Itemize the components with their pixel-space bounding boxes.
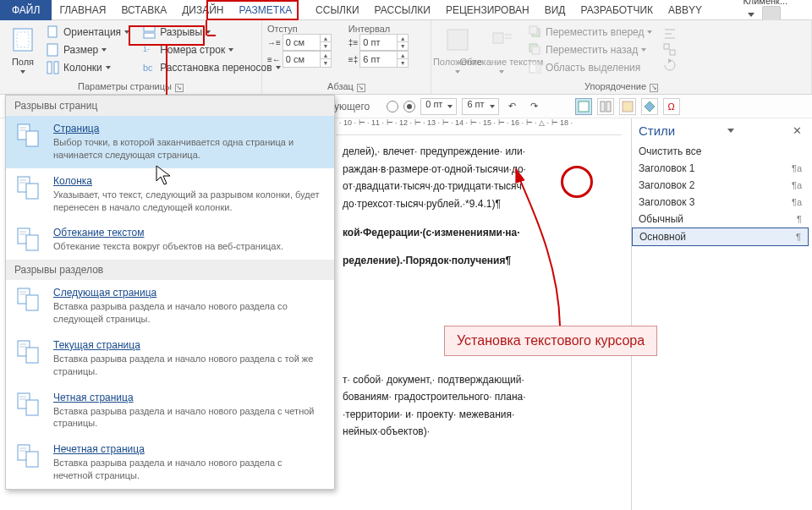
tab-design[interactable]: ДИЗАЙН	[174, 0, 231, 20]
style-item[interactable]: Очистить все	[632, 143, 809, 160]
tab-abbyy[interactable]: ABBYY FineReader	[661, 0, 743, 20]
page-break-icon	[16, 227, 45, 252]
indent-left-input[interactable]: 0 см▲▼	[283, 34, 332, 51]
launcher-icon[interactable]: ↘	[650, 84, 658, 92]
dd-item-title: Следующая страница	[53, 287, 324, 299]
style-item[interactable]: Обычный¶	[632, 211, 809, 228]
view-btn-2[interactable]	[597, 98, 614, 115]
dropdown-item[interactable]: Обтекание текстомОбтекание текста вокруг…	[6, 220, 334, 260]
breaks-icon	[143, 25, 156, 39]
document-area: · 10 · ⊢ · 11 · ⊢ · 12 · ⊢ · 13 · ⊢ · 14…	[336, 118, 622, 510]
bring-forward-icon	[529, 25, 542, 39]
spacing-label: Интервал	[348, 24, 409, 34]
style-item[interactable]: Заголовок 2¶a	[632, 177, 809, 194]
position-button[interactable]: Положение	[436, 25, 479, 75]
radio-option[interactable]	[387, 101, 398, 112]
mini-chevron[interactable]	[685, 98, 702, 115]
columns-button[interactable]: Колонки	[42, 59, 134, 76]
dd-item-title: Обтекание текстом	[53, 227, 283, 239]
dropdown-item[interactable]: СтраницаВыбор точки, в которой заканчива…	[6, 116, 334, 168]
dd-item-desc: Вставка разрыва раздела и начало нового …	[53, 457, 324, 482]
indent-right-input[interactable]: 0 см▲▼	[283, 51, 332, 68]
dd-item-desc: Указывает, что текст, следующий за разры…	[53, 189, 324, 214]
page-break-icon	[16, 443, 45, 469]
send-backward-button[interactable]: Переместить назад	[524, 41, 656, 58]
tab-review[interactable]: РЕЦЕНЗИРОВАН	[438, 0, 537, 20]
document-text[interactable]: делей),· влечет· предупреждение· или· ра…	[336, 135, 622, 448]
view-btn-5[interactable]: Ω	[663, 98, 680, 115]
margins-button[interactable]: Поля	[5, 25, 41, 75]
page-break-icon	[16, 339, 45, 365]
dropdown-item[interactable]: Четная страницаВставка разрыва раздела и…	[6, 385, 334, 437]
view-btn-4[interactable]	[641, 98, 658, 115]
styles-pane-header: Стили ✕	[632, 118, 809, 143]
svg-rect-21	[670, 50, 675, 55]
dd-item-desc: Вставка разрыва раздела и начало нового …	[53, 353, 324, 378]
dropdown-item[interactable]: Нечетная страницаВставка разрыва раздела…	[6, 436, 334, 489]
tab-strip: ФАЙЛ ГЛАВНАЯ ВСТАВКА ДИЗАЙН РАЗМЕТКА СТР…	[0, 0, 812, 20]
svg-rect-35	[26, 235, 38, 250]
tab-mailings[interactable]: РАССЫЛКИ	[367, 0, 438, 20]
close-icon[interactable]: ✕	[793, 124, 802, 137]
dropdown-item[interactable]: Следующая страницаВставка разрыва раздел…	[6, 280, 334, 332]
svg-rect-27	[26, 131, 38, 146]
align-icon[interactable]	[663, 28, 677, 41]
page-break-icon	[16, 123, 45, 148]
dd-item-title: Четная страница	[53, 392, 324, 403]
group-paragraph: Абзац↘	[267, 81, 425, 92]
dropdown-item[interactable]: Текущая страницаВставка разрыва раздела …	[6, 332, 334, 385]
mini-spacing-after[interactable]: 6 пт	[462, 98, 498, 115]
style-marker: ¶a	[792, 163, 802, 173]
orientation-button[interactable]: Ориентация	[42, 24, 134, 41]
launcher-icon[interactable]: ↘	[175, 84, 184, 92]
svg-rect-24	[606, 101, 611, 112]
mini-spacing-before[interactable]: 0 пт	[420, 98, 457, 115]
svg-rect-25	[623, 101, 633, 112]
svg-rect-5	[54, 62, 58, 74]
svg-rect-19	[535, 62, 540, 73]
chevron-down-icon[interactable]	[727, 129, 734, 133]
selection-pane-icon	[529, 61, 542, 74]
mini-undo[interactable]: ↶	[504, 98, 521, 115]
chevron-down-icon	[748, 13, 754, 17]
dd-section-page-breaks: Разрывы страниц	[6, 96, 334, 116]
view-btn-1[interactable]	[575, 98, 592, 115]
tab-home[interactable]: ГЛАВНАЯ	[52, 0, 113, 20]
launcher-icon[interactable]: ↘	[357, 84, 365, 92]
orientation-icon	[47, 25, 60, 39]
selection-pane-button[interactable]: Область выделения	[524, 59, 656, 76]
ruler[interactable]: · 10 · ⊢ · 11 · ⊢ · 12 · ⊢ · 13 · ⊢ · 14…	[336, 118, 622, 135]
mini-redo[interactable]: ↷	[526, 98, 543, 115]
svg-rect-7	[144, 33, 155, 38]
tab-developer[interactable]: РАЗРАБОТЧИК	[573, 0, 661, 20]
style-marker: ¶	[796, 232, 801, 242]
radio-option-selected[interactable]	[403, 101, 415, 112]
tab-file[interactable]: ФАЙЛ	[0, 0, 52, 20]
view-btn-3[interactable]	[619, 98, 636, 115]
tab-page-layout[interactable]: РАЗМЕТКА СТРА	[232, 0, 309, 20]
dd-item-desc: Выбор точки, в которой заканчивается одн…	[53, 136, 324, 162]
bring-forward-button[interactable]: Переместить вперед	[524, 24, 656, 41]
style-marker: ¶a	[792, 180, 802, 190]
svg-rect-31	[26, 184, 38, 199]
rotate-icon[interactable]	[663, 58, 677, 72]
tab-references[interactable]: ССЫЛКИ	[308, 0, 366, 20]
page-break-icon	[16, 287, 45, 312]
dd-item-desc: Вставка разрыва раздела и начало нового …	[53, 300, 324, 326]
spacing-after-input[interactable]: 6 пт▲▼	[359, 51, 409, 68]
svg-rect-6	[144, 26, 155, 31]
style-item[interactable]: Заголовок 1¶a	[632, 160, 809, 177]
group-icon[interactable]	[663, 43, 677, 57]
tab-insert[interactable]: ВСТАВКА	[113, 0, 174, 20]
line-numbers-icon: 1-	[143, 43, 156, 57]
style-item[interactable]: Заголовок 3¶a	[632, 194, 809, 211]
dropdown-item[interactable]: КолонкаУказывает, что текст, следующий з…	[6, 168, 334, 221]
size-button[interactable]: Размер	[42, 41, 134, 58]
styles-pane: Стили ✕ Очистить всеЗаголовок 1¶aЗаголов…	[631, 118, 809, 510]
size-icon	[47, 43, 60, 57]
spacing-before-input[interactable]: 0 пт▲▼	[359, 34, 409, 51]
dd-item-title: Колонка	[53, 175, 324, 187]
tab-view[interactable]: ВИД	[537, 0, 573, 20]
wrap-text-button[interactable]: Обтекание текстом	[480, 25, 523, 75]
style-item[interactable]: Основной¶	[632, 228, 809, 246]
